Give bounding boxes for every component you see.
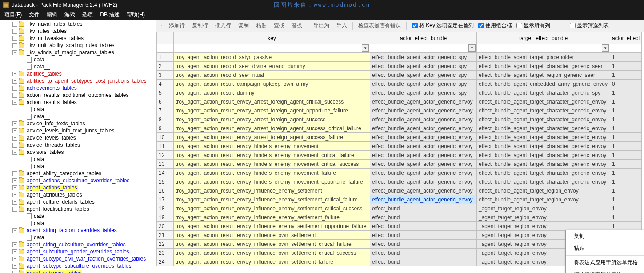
cell-key[interactable]: troy_agent_action_result_envoy_influence… bbox=[174, 186, 370, 195]
table-row[interactable]: 13troy_agent_action_result_envoy_hinders… bbox=[157, 160, 642, 169]
row-number[interactable]: 11 bbox=[157, 142, 174, 151]
cell-actor[interactable]: effect_bundle_agent_actor_generic_envoy bbox=[370, 160, 477, 169]
cell-key[interactable]: troy_agent_action_result_envoy_influence… bbox=[174, 204, 370, 213]
cell-key[interactable]: troy_agent_action_result_dummy bbox=[174, 88, 370, 97]
table-row[interactable]: 9troy_agent_action_result_envoy_arrest_f… bbox=[157, 124, 642, 133]
cell-key[interactable]: troy_agent_action_result_envoy_influence… bbox=[174, 249, 370, 257]
tree-item[interactable]: -action_results_tables bbox=[0, 99, 156, 106]
paste-button[interactable]: 粘贴 bbox=[253, 21, 269, 30]
ctx-comment-char[interactable]: 评论编辑字符单元格 bbox=[566, 269, 644, 273]
row-number[interactable]: 17 bbox=[157, 195, 174, 204]
cell-effect[interactable]: 1 bbox=[610, 222, 642, 231]
expand-icon[interactable]: + bbox=[12, 43, 17, 48]
cell-target[interactable]: effect_bundle_agent_target_region_envoy bbox=[477, 186, 610, 195]
table-row[interactable]: 11troy_agent_action_result_envoy_hinders… bbox=[157, 142, 642, 151]
collapse-icon[interactable]: - bbox=[12, 207, 17, 212]
expand-icon[interactable]: + bbox=[12, 249, 17, 254]
cell-key[interactable]: troy_agent_action_result_campaign_upkeep… bbox=[174, 80, 370, 88]
clone-row-button[interactable]: 复制行 bbox=[189, 21, 211, 30]
cell-actor[interactable]: effect_bundle_agent_actor_generic_envoy bbox=[370, 97, 477, 106]
use-combo-checkbox[interactable]: 使用组合框 bbox=[478, 22, 512, 29]
tree-item[interactable]: data bbox=[0, 156, 156, 163]
cell-key[interactable]: troy_agent_action_result_envoy_arrest_fo… bbox=[174, 106, 370, 115]
cell-target[interactable]: effect_bundle_agent_target_character_gen… bbox=[477, 106, 610, 115]
dropdown-icon[interactable]: ▼ bbox=[602, 44, 609, 52]
cell-key[interactable]: troy_agent_action_result_envoy_hinders_e… bbox=[174, 169, 370, 177]
cell-effect[interactable]: 1 bbox=[610, 213, 642, 222]
tree-item[interactable]: +agent_culture_details_tables bbox=[0, 198, 156, 205]
row-number[interactable]: 18 bbox=[157, 204, 174, 213]
cell-effect[interactable]: 1 bbox=[610, 204, 642, 213]
tree-item[interactable]: -agent_string_faction_overrides_tables bbox=[0, 227, 156, 234]
tree-item[interactable]: +_kv_unit_ability_scaling_rules_tables bbox=[0, 42, 156, 49]
cell-effect[interactable]: 1 bbox=[610, 97, 642, 106]
column-header-actor[interactable]: actor_effect_bundle bbox=[370, 32, 477, 44]
cell-actor[interactable]: effect_bund bbox=[370, 240, 477, 249]
cell-key[interactable]: troy_agent_action_record_seer_ritual bbox=[174, 71, 370, 80]
tree-item[interactable]: -advisors_tables bbox=[0, 149, 156, 156]
insert-row-button[interactable]: 插入行 bbox=[212, 21, 234, 30]
row-number[interactable]: 20 bbox=[157, 222, 174, 231]
cell-effect[interactable]: 1 bbox=[610, 169, 642, 177]
menu-item[interactable]: 帮助(H) bbox=[123, 10, 148, 20]
cell-key[interactable]: troy_agent_action_record_seer_divine_err… bbox=[174, 62, 370, 71]
cell-actor[interactable]: effect_bundle_agent_actor_generic_envoy bbox=[370, 195, 477, 204]
tree-item[interactable]: +abilities_to_agent_subtypes_cost_juncti… bbox=[0, 77, 156, 84]
copy-button[interactable]: 复制 bbox=[236, 21, 252, 30]
cell-effect[interactable]: 1 bbox=[610, 124, 642, 133]
expand-icon[interactable]: + bbox=[12, 178, 17, 183]
expand-icon[interactable]: + bbox=[12, 264, 17, 269]
table-row[interactable]: 17troy_agent_action_result_envoy_influen… bbox=[157, 195, 642, 204]
row-number[interactable]: 15 bbox=[157, 177, 174, 186]
cell-key[interactable]: troy_agent_action_result_envoy_influence… bbox=[174, 257, 370, 266]
collapse-icon[interactable]: - bbox=[12, 50, 17, 55]
cell-target[interactable]: effect_bundle_agent_target_region_envoy bbox=[477, 195, 610, 204]
row-number[interactable]: 5 bbox=[157, 88, 174, 97]
row-number[interactable]: 10 bbox=[157, 133, 174, 142]
row-number[interactable]: 13 bbox=[157, 160, 174, 169]
table-row[interactable]: 20troy_agent_action_result_envoy_influen… bbox=[157, 222, 642, 231]
cell-target[interactable]: effect_bundle_agent_target_character_gen… bbox=[477, 88, 610, 97]
tree-item[interactable]: data bbox=[0, 213, 156, 220]
expand-icon[interactable]: + bbox=[12, 171, 17, 176]
cell-effect[interactable]: 1 bbox=[610, 106, 642, 115]
collapse-icon[interactable]: - bbox=[12, 100, 17, 105]
cell-actor[interactable]: effect_bundle_agent_actor_generic_envoy bbox=[370, 115, 477, 124]
cell-effect[interactable]: 1 bbox=[610, 142, 642, 151]
tree-item[interactable]: +achievements_tables bbox=[0, 84, 156, 92]
cell-actor[interactable]: effect_bundle_agent_actor_generic_spy bbox=[370, 62, 477, 71]
tree-item[interactable]: +agent_ability_categories_tables bbox=[0, 170, 156, 177]
row-number[interactable]: 24 bbox=[157, 257, 174, 266]
menu-item[interactable]: DB 描述 bbox=[96, 10, 123, 20]
ctx-apply-expression[interactable]: 将表达式应用于所选单元格 bbox=[566, 257, 644, 269]
ctx-copy[interactable]: 复制 bbox=[566, 230, 644, 242]
table-row[interactable]: 12troy_agent_action_result_envoy_hinders… bbox=[157, 151, 642, 160]
expand-icon[interactable]: + bbox=[12, 271, 17, 273]
cell-key[interactable]: troy_agent_action_result_envoy_influence… bbox=[174, 213, 370, 222]
row-number[interactable]: 22 bbox=[157, 240, 174, 249]
cell-target[interactable]: effect_bundle_agent_target_character_gen… bbox=[477, 142, 610, 151]
table-row[interactable]: 19troy_agent_action_result_envoy_influen… bbox=[157, 213, 642, 222]
cell-effect[interactable]: 1 bbox=[610, 177, 642, 186]
tree-item[interactable]: +advice_levels_info_text_juncs_tables bbox=[0, 127, 156, 134]
cell-actor[interactable]: effect_bundle_agent_actor_generic_spy bbox=[370, 88, 477, 97]
expand-icon[interactable]: + bbox=[12, 36, 17, 41]
tree-item[interactable]: data bbox=[0, 106, 156, 113]
cell-effect[interactable]: 1 bbox=[610, 160, 642, 169]
tree-item[interactable]: +action_results_additional_outcomes_tabl… bbox=[0, 92, 156, 99]
dropdown-icon[interactable]: ▼ bbox=[468, 44, 476, 52]
cell-actor[interactable]: effect_bund bbox=[370, 204, 477, 213]
cell-key[interactable]: troy_agent_action_record_satyr_passive bbox=[174, 53, 370, 62]
cell-key[interactable]: troy_agent_action_result_envoy_influence… bbox=[174, 222, 370, 231]
cell-key[interactable]: troy_agent_action_result_envoy_influence… bbox=[174, 231, 370, 240]
table-row[interactable]: 6troy_agent_action_result_envoy_arrest_f… bbox=[157, 97, 642, 106]
row-number[interactable]: 12 bbox=[157, 151, 174, 160]
export-button[interactable]: 导出为 bbox=[311, 21, 332, 30]
expand-icon[interactable]: + bbox=[12, 128, 17, 133]
cell-actor[interactable]: effect_bundle_agent_actor_generic_envoy bbox=[370, 133, 477, 142]
cell-target[interactable]: effect_bundle_agent_target_character_gen… bbox=[477, 133, 610, 142]
tree-item[interactable]: +agent_subtypes_tables bbox=[0, 269, 156, 273]
row-number[interactable]: 8 bbox=[157, 115, 174, 124]
cell-actor[interactable]: effect_bund bbox=[370, 249, 477, 257]
table-row[interactable]: 14troy_agent_action_result_envoy_hinders… bbox=[157, 169, 642, 177]
